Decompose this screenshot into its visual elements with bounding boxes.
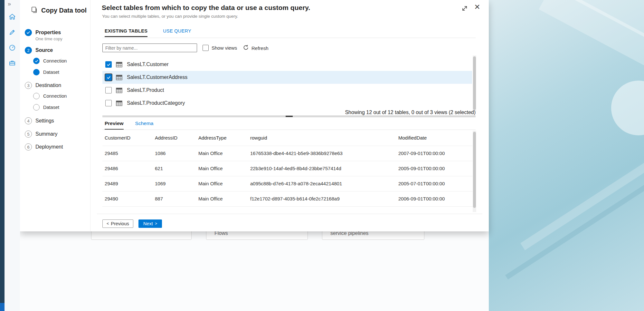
preview-row: 29489 1069 Main Office a095c88b-d7e6-417… bbox=[102, 176, 476, 191]
left-nav-strip bbox=[0, 0, 5, 311]
dialog-subtitle: You can select multiple tables, or you c… bbox=[102, 14, 238, 19]
step-destination-connection[interactable]: Connection bbox=[33, 93, 67, 99]
cell: 1086 bbox=[153, 146, 196, 161]
next-label: Next bbox=[143, 221, 153, 226]
background-image bbox=[489, 0, 644, 311]
tabs-divider bbox=[102, 38, 476, 38]
toolbox-icon[interactable] bbox=[8, 59, 16, 67]
step-summary[interactable]: 5 Summary bbox=[25, 131, 57, 138]
monitor-gauge-icon[interactable] bbox=[8, 44, 16, 52]
chevron-left-icon: < bbox=[107, 222, 109, 226]
step-source-dataset[interactable]: Dataset bbox=[33, 69, 59, 75]
step-number-badge: 6 bbox=[25, 143, 32, 151]
step-label: Destination bbox=[35, 83, 61, 88]
step-number-badge: 4 bbox=[25, 117, 32, 124]
icon-rail: » bbox=[5, 0, 20, 311]
table-checkbox[interactable] bbox=[105, 87, 112, 93]
step-done-icon bbox=[33, 58, 40, 64]
step-todo-dot bbox=[33, 93, 40, 99]
step-label: Dataset bbox=[43, 105, 59, 110]
table-icon bbox=[116, 101, 122, 106]
step-label: Connection bbox=[43, 93, 67, 99]
table-source-tabs: EXISTING TABLES USE QUERY bbox=[105, 28, 191, 37]
table-row[interactable]: SalesLT.CustomerAddress bbox=[102, 71, 472, 84]
step-deployment[interactable]: 6 Deployment bbox=[25, 143, 63, 151]
author-pencil-icon[interactable] bbox=[8, 28, 16, 36]
step-current-dot bbox=[33, 69, 40, 75]
chevron-right-icon: > bbox=[155, 222, 157, 226]
close-icon[interactable]: × bbox=[472, 1, 482, 12]
wizard-panel: Copy Data tool Properties One time copy … bbox=[20, 0, 90, 231]
table-checkbox[interactable] bbox=[105, 61, 112, 68]
show-views-checkbox[interactable]: Show views bbox=[203, 45, 237, 51]
cell: 2005-07-01T00:00:00 bbox=[396, 176, 476, 191]
table-icon bbox=[116, 62, 122, 67]
tab-existing-tables[interactable]: EXISTING TABLES bbox=[105, 28, 147, 37]
cell: 29486 bbox=[102, 161, 153, 176]
column-header: rowguid bbox=[248, 130, 396, 146]
refresh-label: Refresh bbox=[251, 45, 269, 51]
column-header: ModifiedDate bbox=[396, 130, 476, 146]
cell: 29485 bbox=[102, 146, 153, 161]
preview-scrollbar[interactable] bbox=[473, 131, 476, 212]
cell: a095c88b-d7e6-4178-a078-2eca44214801 bbox=[248, 176, 396, 191]
scrollbar-thumb[interactable] bbox=[473, 56, 476, 110]
table-row[interactable]: SalesLT.ProductCategory bbox=[102, 97, 472, 110]
screen: Flows service pipelines » Copy Data t bbox=[0, 0, 644, 311]
step-label: Source bbox=[35, 47, 53, 53]
table-row[interactable]: SalesLT.Product bbox=[102, 84, 472, 97]
home-icon[interactable] bbox=[8, 13, 16, 21]
step-label: Summary bbox=[35, 131, 57, 137]
previous-button[interactable]: < Previous bbox=[102, 219, 133, 228]
show-views-label: Show views bbox=[212, 45, 237, 51]
preview-tabs: Preview Schema bbox=[105, 121, 153, 130]
tab-use-query[interactable]: USE QUERY bbox=[163, 28, 191, 37]
left-nav-strip-accent bbox=[0, 303, 5, 311]
splitter-handle[interactable] bbox=[286, 116, 293, 117]
table-icon bbox=[116, 88, 122, 93]
cell: 2005-09-01T00:00:00 bbox=[396, 161, 476, 176]
step-number-badge: 2 bbox=[25, 47, 32, 54]
table-name: SalesLT.Product bbox=[127, 87, 164, 93]
step-done-icon bbox=[25, 29, 32, 36]
expand-rail-icon[interactable]: » bbox=[8, 1, 11, 7]
filter-input[interactable] bbox=[102, 44, 197, 52]
table-name: SalesLT.ProductCategory bbox=[127, 100, 185, 106]
cell: Main Office bbox=[196, 176, 248, 191]
step-source[interactable]: 2 Source bbox=[25, 47, 53, 54]
cell: 887 bbox=[153, 191, 196, 206]
column-header: AddressID bbox=[153, 130, 196, 146]
cell: 621 bbox=[153, 161, 196, 176]
table-row[interactable]: SalesLT.Customer bbox=[102, 58, 472, 71]
table-checkbox[interactable] bbox=[105, 74, 112, 81]
next-button[interactable]: Next > bbox=[138, 219, 162, 228]
refresh-button[interactable]: Refresh bbox=[243, 44, 269, 52]
tab-preview[interactable]: Preview bbox=[105, 121, 124, 130]
copy-data-icon bbox=[31, 6, 38, 15]
cell: Main Office bbox=[196, 146, 248, 161]
cell: 1069 bbox=[153, 176, 196, 191]
step-number-badge: 3 bbox=[25, 82, 32, 89]
step-destination[interactable]: 3 Destination bbox=[25, 82, 61, 89]
step-label: Deployment bbox=[35, 144, 63, 150]
expand-dialog-icon[interactable] bbox=[461, 5, 469, 12]
step-destination-dataset[interactable]: Dataset bbox=[33, 104, 59, 111]
step-properties-sub: One time copy bbox=[35, 36, 62, 41]
column-header: AddressType bbox=[196, 130, 248, 146]
step-label: Settings bbox=[35, 118, 54, 124]
previous-label: Previous bbox=[111, 221, 129, 226]
step-source-connection[interactable]: Connection bbox=[33, 58, 67, 64]
table-count-status: Showing 12 out of 12 tables, 0 out of 3 … bbox=[251, 110, 476, 115]
step-label: Dataset bbox=[43, 70, 59, 75]
step-label: Properties bbox=[35, 30, 61, 35]
preview-header-row: CustomerID AddressID AddressType rowguid… bbox=[102, 130, 476, 146]
dialog-main: Select tables from which to copy the dat… bbox=[90, 0, 489, 231]
step-properties[interactable]: Properties bbox=[25, 29, 61, 36]
table-list-scrollbar[interactable] bbox=[473, 55, 476, 112]
scrollbar-thumb[interactable] bbox=[473, 132, 476, 208]
step-settings[interactable]: 4 Settings bbox=[25, 117, 54, 124]
table-name: SalesLT.Customer bbox=[127, 62, 169, 67]
table-checkbox[interactable] bbox=[105, 100, 112, 106]
cell: Main Office bbox=[196, 191, 248, 206]
tab-schema[interactable]: Schema bbox=[135, 121, 154, 130]
